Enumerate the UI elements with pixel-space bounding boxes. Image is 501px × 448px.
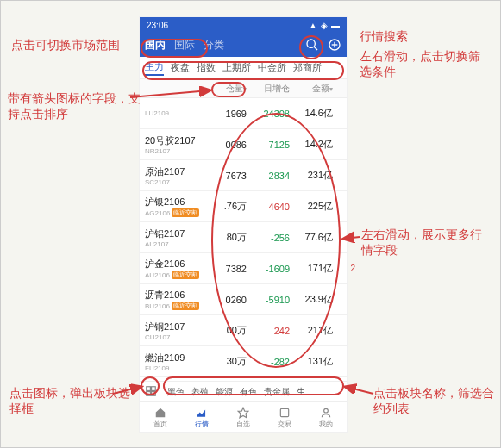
phone-screen: 23:06 ▲ ◈ ▬ 国内 国际 分类 主力 夜盘 指数 上期所 中金所 郑商…	[139, 16, 348, 433]
sector-5[interactable]: 生	[297, 386, 305, 398]
svg-rect-10	[280, 408, 288, 416]
wifi-icon: ◈	[321, 21, 328, 30]
contract-code: LU2109	[145, 109, 207, 117]
contract-name: 沪铜2107	[145, 320, 207, 333]
filter-tabs[interactable]: 主力 夜盘 指数 上期所 中金所 郑商所	[140, 57, 347, 79]
contract-list[interactable]: LU2109 1969 -24308 14.6亿 20号胶2107 NR2107…	[140, 98, 347, 408]
nav-trade[interactable]: 交易	[278, 407, 291, 429]
sector-4[interactable]: 贵金属	[264, 386, 290, 398]
cell-volume: 80万	[207, 231, 250, 244]
contract-name: 沥青2106	[145, 289, 207, 302]
search-icon[interactable]	[305, 38, 319, 52]
sub-tab-0[interactable]: 主力	[145, 60, 164, 76]
table-header: 仓量▾ 日增仓 金额▾	[140, 79, 347, 98]
cell-amount: 77.6亿	[293, 231, 336, 244]
add-icon[interactable]	[328, 38, 341, 52]
signal-icon: ▲	[309, 21, 317, 30]
cell-volume: 0086	[207, 140, 250, 150]
cell-amount: 225亿	[293, 200, 336, 213]
sector-0[interactable]: 黑色	[167, 386, 185, 398]
contract-code: AL2107	[145, 240, 207, 248]
col-volume[interactable]: 仓量▾	[207, 83, 250, 95]
sector-filter-bar: 黑色 养殖 能源 有色 贵金属 生	[140, 381, 347, 401]
table-row[interactable]: 沪铜2107 CU2107 00万 242 211亿	[140, 315, 347, 346]
cell-daily: 242	[250, 326, 293, 336]
contract-name: 20号胶2107	[145, 134, 207, 147]
bottom-nav: 首页 行情 自选 交易 我的	[140, 401, 347, 432]
status-bar: 23:06 ▲ ◈ ▬	[140, 17, 347, 33]
tab-category[interactable]: 分类	[204, 38, 224, 53]
table-row[interactable]: 沪铝2107 AL2107 80万 -256 77.6亿	[140, 222, 347, 253]
anno-search: 行情搜索	[360, 28, 408, 44]
col-daily[interactable]: 日增仓	[250, 83, 293, 95]
cell-amount: 171亿	[293, 262, 336, 275]
cell-daily: 4640	[250, 202, 293, 212]
cell-volume: 7382	[207, 264, 250, 274]
cell-volume: 7673	[207, 171, 250, 181]
nav-watchlist[interactable]: 自选	[236, 407, 250, 429]
sub-tab-5[interactable]: 郑商所	[293, 61, 322, 74]
nav-market[interactable]: 行情	[195, 407, 209, 429]
tab-domestic[interactable]: 国内	[145, 38, 166, 53]
cell-daily: -1609	[250, 264, 293, 274]
nav-home[interactable]: 首页	[153, 407, 167, 429]
delivery-badge: 临近交割	[172, 208, 199, 217]
extra-count: 2	[350, 264, 355, 273]
cell-amount: 14.6亿	[293, 107, 336, 120]
cell-amount: 131亿	[293, 355, 336, 368]
cell-amount: 14.2亿	[293, 138, 336, 151]
contract-name: 燃油2109	[145, 352, 207, 364]
cell-daily: -5910	[250, 295, 293, 305]
sector-2[interactable]: 能源	[216, 386, 233, 398]
contract-code: SC2107	[145, 178, 207, 186]
svg-point-11	[324, 408, 329, 413]
filter-icon[interactable]	[145, 385, 160, 399]
svg-line-1	[314, 47, 317, 50]
cell-volume: 1969	[207, 109, 250, 119]
cell-volume: 30万	[207, 355, 250, 368]
cell-volume: 0260	[207, 295, 250, 305]
tab-international[interactable]: 国际	[174, 38, 195, 53]
anno-filter-swipe: 左右滑动，点击切换筛选条件	[360, 48, 489, 79]
cell-amount: 231亿	[293, 169, 336, 182]
contract-name: 沪银2106	[145, 196, 207, 208]
table-row[interactable]: 燃油2109 FU2109 30万 -282 131亿	[140, 346, 347, 377]
table-row[interactable]: 20号胶2107 NR2107 0086 -7125 14.2亿	[140, 129, 347, 160]
contract-name: 原油2107	[145, 165, 207, 178]
sub-tab-2[interactable]: 指数	[197, 61, 216, 74]
table-row[interactable]: 沥青2106 BU2106临近交割 0260 -5910 23.9亿	[140, 284, 347, 315]
sort-arrow-icon: ▾	[243, 85, 247, 93]
delivery-badge: 临近交割	[172, 271, 199, 279]
nav-mine[interactable]: 我的	[319, 407, 333, 429]
sub-tab-4[interactable]: 中金所	[258, 61, 286, 74]
col-amount[interactable]: 金额▾	[293, 83, 336, 95]
svg-point-0	[307, 40, 315, 47]
battery-icon: ▬	[331, 21, 340, 30]
table-row[interactable]: 沪银2106 AG2106临近交割 .76万 4640 225亿	[140, 191, 347, 222]
sub-tab-1[interactable]: 夜盘	[171, 61, 190, 74]
anno-swipe-fields: 左右滑动，展示更多行情字段	[361, 227, 491, 258]
sector-1[interactable]: 养殖	[191, 386, 209, 398]
contract-name: 沪金2106	[145, 258, 207, 271]
contract-name: 沪铝2107	[145, 227, 207, 240]
cell-volume: .76万	[207, 200, 250, 213]
anno-sort: 带有箭头图标的字段，支持点击排序	[8, 90, 146, 121]
anno-sector-name: 点击板块名称，筛选合约列表	[373, 385, 494, 416]
table-row[interactable]: 原油2107 SC2107 7673 -2834 231亿	[140, 160, 347, 191]
cell-daily: -24308	[250, 109, 293, 119]
svg-rect-7	[147, 391, 151, 395]
cell-amount: 23.9亿	[293, 293, 336, 306]
cell-volume: 00万	[207, 324, 250, 337]
sub-tab-3[interactable]: 上期所	[222, 61, 251, 74]
cell-daily: -7125	[250, 140, 293, 150]
cell-daily: -256	[250, 233, 293, 243]
table-row[interactable]: LU2109 1969 -24308 14.6亿	[140, 98, 347, 129]
contract-code: AU2106临近交割	[145, 271, 207, 279]
table-row[interactable]: 沪金2106 AU2106临近交割 7382 -1609 171亿 2	[140, 253, 347, 284]
cell-amount: 211亿	[293, 324, 336, 337]
sector-3[interactable]: 有色	[240, 386, 257, 398]
svg-rect-6	[152, 386, 156, 390]
cell-daily: -282	[250, 357, 293, 367]
svg-marker-9	[238, 408, 248, 418]
svg-rect-8	[152, 391, 156, 395]
